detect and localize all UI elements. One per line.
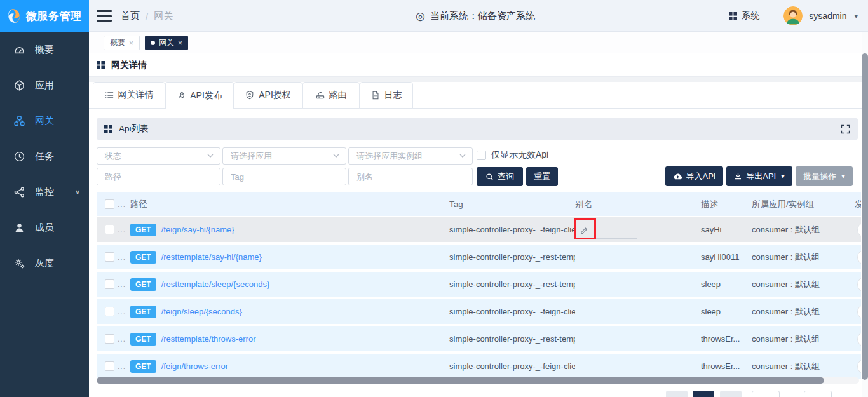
breadcrumb-home[interactable]: 首页: [121, 10, 140, 22]
row-checkbox[interactable]: [105, 279, 114, 289]
table-row[interactable]: ... GET/feign/say-hi/{name} simple-contr…: [97, 217, 861, 242]
active-dot: [151, 41, 155, 45]
username[interactable]: sysadmin: [809, 11, 846, 21]
user-caret-icon[interactable]: ▾: [854, 12, 858, 20]
path-input[interactable]: [97, 168, 220, 185]
fullscreen-icon[interactable]: [841, 124, 850, 134]
row-checkbox[interactable]: [105, 361, 114, 371]
tab-api-publish[interactable]: API发布: [165, 82, 234, 109]
application-select[interactable]: 请选择应用: [222, 147, 346, 165]
export-api-button[interactable]: 导出API ▾: [726, 166, 792, 186]
row-checkbox[interactable]: [105, 252, 114, 262]
chevron-down-icon: ∨: [75, 188, 80, 196]
publish-toggle[interactable]: [857, 304, 861, 320]
app-logo[interactable]: 微服务管理: [0, 0, 89, 32]
import-api-button[interactable]: 导入API: [665, 166, 723, 186]
path-link[interactable]: /resttemplate/throws-error: [161, 334, 256, 344]
method-badge: GET: [130, 306, 156, 318]
sidebar-item-gray-release[interactable]: 灰度: [0, 245, 89, 281]
desc-cell: sayHi: [701, 225, 752, 234]
batch-actions-button[interactable]: 批量操作 ▾: [796, 166, 853, 186]
invalid-only-checkbox-row: 仅显示无效Api: [477, 149, 548, 161]
close-icon[interactable]: ×: [178, 39, 182, 48]
table-row[interactable]: ... GET/feign/throws-error simple-contro…: [97, 354, 861, 379]
vertical-scrollbar-thumb[interactable]: [862, 53, 868, 380]
search-button[interactable]: 查询: [477, 167, 523, 186]
tag-cell: simple-controller-proxy-_-feign-clie: [449, 307, 575, 316]
status-cell: [855, 272, 861, 297]
pagination-page-active[interactable]: [693, 391, 714, 397]
chevron-down-icon: [333, 154, 339, 158]
path-link[interactable]: /feign/say-hi/{name}: [161, 225, 234, 234]
alias-cell[interactable]: [575, 354, 701, 379]
sidebar-item-gateway[interactable]: 网关: [0, 103, 89, 138]
alias-cell[interactable]: [575, 326, 701, 351]
table-row[interactable]: ... GET/feign/sleep/{seconds} simple-con…: [97, 299, 861, 324]
tab-logs[interactable]: 日志: [360, 82, 413, 109]
close-icon[interactable]: ×: [129, 39, 133, 48]
path-link[interactable]: /resttemplate/say-hi/{name}: [161, 252, 262, 262]
pagination-next-button[interactable]: [720, 391, 742, 397]
sidebar-item-tasks[interactable]: 任务: [0, 138, 89, 174]
row-checkbox[interactable]: [105, 334, 114, 344]
reset-button[interactable]: 重置: [526, 167, 558, 186]
menu-toggle-icon[interactable]: [97, 10, 112, 22]
tab-gateway-detail[interactable]: 网关详情: [93, 82, 165, 109]
table-row[interactable]: ... GET/resttemplate/say-hi/{name} simpl…: [97, 245, 861, 269]
publish-toggle[interactable]: [857, 332, 861, 347]
tab-api-auth[interactable]: API授权: [234, 82, 302, 109]
system-menu-label: 系统: [742, 10, 759, 22]
alias-editable-field[interactable]: [575, 222, 637, 239]
tag-input[interactable]: [222, 168, 346, 185]
select-all-checkbox[interactable]: [105, 199, 114, 209]
row-checkbox[interactable]: [105, 307, 114, 316]
vertical-scrollbar[interactable]: [862, 32, 868, 397]
tab-route[interactable]: 路由: [302, 82, 360, 109]
table-row[interactable]: ... GET/resttemplate/throws-error simple…: [97, 326, 861, 351]
instance-group-select[interactable]: 请选择应用实例组: [348, 147, 473, 165]
download-icon: [734, 172, 742, 180]
desc-cell: throwsEr...: [701, 334, 752, 344]
opened-tab-overview[interactable]: 概要 ×: [104, 36, 140, 50]
table-row[interactable]: ... GET/resttemplate/sleep/{seconds} sim…: [97, 272, 861, 297]
edit-pencil-icon: [580, 226, 588, 235]
alias-cell[interactable]: [575, 299, 701, 324]
gateway-icon: [14, 116, 25, 126]
pagination-size-select[interactable]: [752, 391, 780, 397]
avatar[interactable]: [783, 6, 803, 25]
caret-down-icon: ▾: [781, 172, 785, 180]
publish-toggle[interactable]: [857, 250, 861, 265]
opened-tab-gateway[interactable]: 网关 ×: [145, 36, 188, 50]
alias-input[interactable]: [348, 168, 473, 185]
status-select[interactable]: 状态: [97, 147, 220, 165]
invalid-only-checkbox[interactable]: [477, 151, 486, 160]
pagination-prev-button[interactable]: [666, 391, 688, 397]
row-checkbox[interactable]: [105, 225, 114, 234]
alias-cell[interactable]: [575, 217, 701, 242]
status-cell: [855, 299, 861, 324]
horizontal-scrollbar-thumb[interactable]: [97, 377, 824, 384]
alias-cell[interactable]: [575, 245, 701, 269]
app-cell: consumer : 默认组: [752, 279, 855, 290]
path-link[interactable]: /feign/throws-error: [161, 361, 228, 371]
page-title: 网关详情: [111, 60, 147, 71]
path-link[interactable]: /resttemplate/sleep/{seconds}: [161, 279, 270, 289]
system-menu[interactable]: 系统: [729, 10, 759, 22]
app-cell: consumer : 默认组: [752, 252, 855, 263]
sidebar-item-overview[interactable]: 概要: [0, 32, 89, 67]
tag-cell: simple-controller-proxy-_-rest-temp: [449, 252, 575, 262]
app-cell: consumer : 默认组: [752, 361, 855, 372]
app-cell: consumer : 默认组: [752, 306, 855, 318]
sidebar-item-monitor[interactable]: 监控 ∨: [0, 174, 89, 210]
publish-toggle[interactable]: [857, 277, 861, 292]
path-link[interactable]: /feign/sleep/{seconds}: [161, 307, 242, 316]
sidebar-item-members[interactable]: 成员: [0, 210, 89, 245]
pagination-jump-input[interactable]: [804, 391, 832, 397]
publish-toggle[interactable]: [857, 222, 861, 238]
sidebar-item-applications[interactable]: 应用: [0, 67, 89, 103]
alias-cell[interactable]: [575, 272, 701, 297]
horizontal-scrollbar[interactable]: [97, 377, 859, 384]
publish-toggle[interactable]: [857, 359, 861, 374]
shield-icon: [245, 91, 254, 100]
status-cell: [855, 354, 861, 379]
